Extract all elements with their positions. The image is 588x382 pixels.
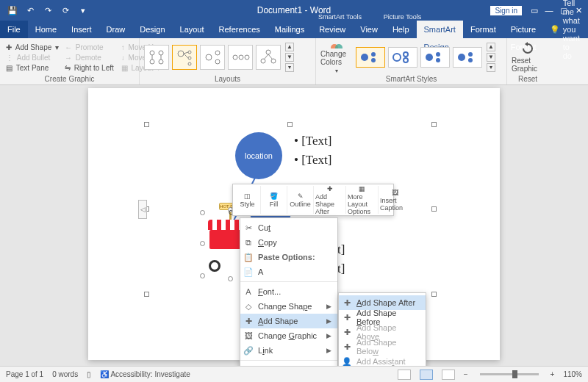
add-shape-icon: ✚ xyxy=(327,185,333,192)
redo-icon[interactable]: ↷ xyxy=(41,4,54,17)
resize-handle[interactable] xyxy=(200,273,205,278)
mini-insert-caption-button[interactable]: 🖼Insert Caption xyxy=(379,186,411,214)
sign-in-button[interactable]: Sign in xyxy=(490,6,522,15)
svg-point-33 xyxy=(436,58,440,62)
svg-point-20 xyxy=(271,59,276,63)
style-option[interactable] xyxy=(388,47,417,68)
zoom-slider[interactable] xyxy=(480,373,539,375)
resize-handle[interactable] xyxy=(228,276,233,281)
group-label-reset: Reset xyxy=(512,75,544,84)
svg-point-26 xyxy=(371,52,376,57)
zoom-out-button[interactable]: − xyxy=(464,370,468,378)
tab-review[interactable]: Review xyxy=(312,21,353,38)
tab-references[interactable]: References xyxy=(212,21,268,38)
tab-smartart-design[interactable]: SmartArt Design xyxy=(417,21,463,38)
mini-style-button[interactable]: ◫Style xyxy=(234,186,261,214)
ctx-change-graphic[interactable]: 🖼Change Graphic▶ xyxy=(240,328,337,343)
tab-layout[interactable]: Layout xyxy=(173,21,212,38)
undo-icon[interactable]: ↶ xyxy=(24,4,37,17)
layout-option-selected[interactable] xyxy=(172,45,197,70)
styles-more[interactable]: ▾ xyxy=(487,63,495,72)
submenu-add-after[interactable]: ✚Add Shape After xyxy=(339,295,426,310)
layout-option[interactable] xyxy=(200,45,225,70)
resize-handle[interactable] xyxy=(431,122,437,127)
view-read-mode[interactable] xyxy=(398,370,411,380)
resize-handle[interactable] xyxy=(144,292,149,297)
picture-tools-supertab[interactable]: Picture Tools xyxy=(371,13,434,21)
qat-dropdown-icon[interactable]: ▾ xyxy=(76,4,90,17)
ctx-font[interactable]: AFont... xyxy=(240,284,337,299)
layout-option[interactable] xyxy=(256,45,281,70)
status-page[interactable]: Page 1 of 1 xyxy=(6,370,43,378)
paste-option-icon: 📄 xyxy=(243,267,254,277)
styles-scroll-up[interactable]: ▲ xyxy=(487,43,495,51)
ctx-copy[interactable]: ⧉Copy xyxy=(240,235,337,250)
svg-point-0 xyxy=(150,51,154,55)
svg-line-11 xyxy=(184,54,188,58)
tab-insert[interactable]: Insert xyxy=(64,21,99,38)
zoom-in-button[interactable]: + xyxy=(551,370,555,378)
smartart-bullet[interactable]: [Text] xyxy=(294,134,332,148)
font-icon: A xyxy=(243,287,254,296)
tab-mailings[interactable]: Mailings xyxy=(268,21,312,38)
tab-draw[interactable]: Draw xyxy=(99,21,133,38)
tab-help[interactable]: Help xyxy=(385,21,417,38)
view-web-layout[interactable] xyxy=(442,370,455,380)
svg-point-32 xyxy=(436,52,440,57)
smartart-tools-supertab[interactable]: SmartArt Tools xyxy=(309,13,371,21)
refresh-icon[interactable]: ⟳ xyxy=(59,4,72,17)
ctx-paste-option[interactable]: 📄A xyxy=(240,264,337,279)
status-language-icon[interactable]: ▯ xyxy=(87,370,91,378)
resize-handle[interactable] xyxy=(144,122,149,127)
share-button[interactable]: 🔗Share xyxy=(580,25,588,35)
svg-point-17 xyxy=(245,55,249,60)
tab-picture-format[interactable]: Picture Format xyxy=(503,21,544,38)
status-accessibility[interactable]: ♿ Accessibility: Investigate xyxy=(100,370,190,378)
style-option-selected[interactable] xyxy=(356,47,385,68)
tab-file[interactable]: File xyxy=(0,21,28,38)
change-colors-button[interactable]: Change Colors▾ xyxy=(320,40,353,74)
reset-graphic-button[interactable]: Reset Graphic xyxy=(512,40,544,74)
resize-handle[interactable] xyxy=(431,206,437,212)
text-pane-button[interactable]: ▤ Text Pane xyxy=(4,63,60,73)
mini-add-shape-after-button[interactable]: ✚Add Shape After xyxy=(314,186,346,214)
resize-handle[interactable] xyxy=(200,210,205,215)
resize-handle[interactable] xyxy=(431,292,437,297)
layout-option[interactable] xyxy=(228,45,253,70)
svg-point-1 xyxy=(159,51,163,55)
mini-outline-button[interactable]: ✎Outline xyxy=(287,186,314,214)
ribbon-options-icon[interactable]: ▭ xyxy=(528,4,541,17)
save-icon[interactable]: 💾 xyxy=(6,4,19,17)
resize-handle[interactable] xyxy=(200,241,205,246)
styles-scroll-down[interactable]: ▼ xyxy=(487,53,495,62)
svg-point-19 xyxy=(261,59,265,63)
status-wordcount[interactable]: 0 words xyxy=(52,370,78,378)
style-option[interactable] xyxy=(453,47,482,68)
tab-home[interactable]: Home xyxy=(28,21,64,38)
text-pane-toggle[interactable]: ◁ xyxy=(138,200,147,219)
resize-handle[interactable] xyxy=(287,122,293,127)
layouts-scroll-down[interactable]: ▼ xyxy=(285,53,294,62)
right-to-left-button[interactable]: ⇋ Right to Left xyxy=(63,63,117,73)
add-shape-button[interactable]: ✚ Add Shape ▾ xyxy=(4,43,60,52)
smartart-bullet[interactable]: [Text] xyxy=(294,153,332,167)
zoom-level[interactable]: 110% xyxy=(563,370,582,378)
group-label-layouts: Layouts xyxy=(144,75,311,84)
status-bar: Page 1 of 1 0 words ▯ ♿ Accessibility: I… xyxy=(0,366,588,382)
style-option[interactable] xyxy=(420,47,450,68)
ctx-cut[interactable]: ✂Cut xyxy=(240,220,337,235)
layouts-scroll-up[interactable]: ▲ xyxy=(285,43,294,51)
submenu-add-before[interactable]: ✚Add Shape Before xyxy=(339,310,426,325)
mini-more-layout-button[interactable]: ▦More Layout Options xyxy=(346,186,379,214)
layouts-more[interactable]: ▾ xyxy=(285,63,294,72)
tell-me-search[interactable]: 💡Tell me what you want to do xyxy=(550,0,580,60)
view-print-layout[interactable] xyxy=(420,370,433,380)
ctx-link[interactable]: 🔗Link▶ xyxy=(240,343,337,358)
tab-design[interactable]: Design xyxy=(132,21,172,38)
layout-option[interactable] xyxy=(144,45,169,70)
tab-view[interactable]: View xyxy=(353,21,385,38)
ctx-add-shape[interactable]: ✚Add Shape▶ xyxy=(240,314,337,328)
ctx-change-shape[interactable]: ◇Change Shape▶ xyxy=(240,299,337,314)
mini-fill-button[interactable]: 🪣Fill xyxy=(261,186,287,214)
tab-format[interactable]: Format xyxy=(463,21,503,38)
